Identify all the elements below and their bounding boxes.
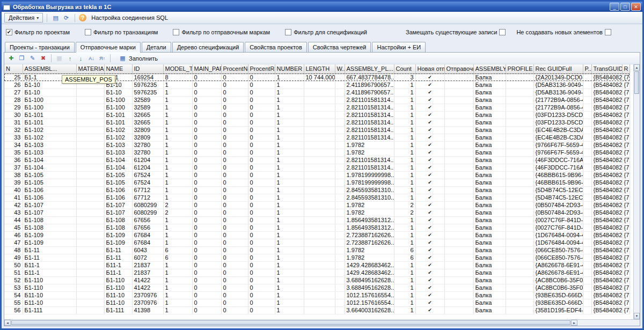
cell-count[interactable]: 1 (394, 104, 415, 111)
tab-drawing-properties[interactable]: Свойства чертежей (308, 42, 371, 52)
cell-main_part[interactable]: 0 (192, 201, 221, 209)
cell-name[interactable]: Б1-101 (104, 119, 132, 126)
cell-id[interactable]: 41422 (132, 284, 163, 291)
cell-r[interactable]: {7 (622, 89, 630, 96)
cell-count[interactable]: 1 (394, 96, 415, 104)
cell-model_t[interactable]: 1 (163, 126, 192, 134)
cell-assembly_pos[interactable]: Б1-104 (23, 164, 76, 171)
cell-r[interactable]: {7 (622, 164, 630, 171)
cell-new_mark[interactable]: ✔ (415, 231, 444, 239)
cell-id[interactable]: 67524 (132, 179, 163, 186)
cell-assembly_pl[interactable]: 2.723887162626... (345, 239, 394, 246)
cell-id[interactable]: 6072 (132, 254, 163, 261)
cell-name[interactable]: Б1-107 (104, 209, 132, 216)
cell-name[interactable]: Б1-105 (104, 171, 132, 179)
cell-main_part[interactable]: 0 (192, 81, 221, 89)
cell-count[interactable]: 1 (394, 291, 415, 299)
cell-count[interactable]: 1 (394, 126, 415, 134)
cell-w[interactable] (335, 291, 345, 299)
cell-procent_na[interactable]: 0 (221, 291, 248, 299)
cell-r[interactable]: {7 (622, 201, 630, 209)
table-row[interactable]: 48Б1-11Б1-116043600011.97826✔Балка{066CE… (4, 246, 630, 254)
cell-id[interactable]: 5976235 (132, 81, 163, 89)
cell-main_part[interactable]: 0 (192, 299, 221, 306)
cell-p[interactable] (583, 126, 591, 134)
cell-length[interactable] (304, 201, 335, 209)
scroll-right-icon[interactable]: ► (571, 320, 577, 326)
cell-material[interactable] (76, 224, 104, 231)
cell-id[interactable]: 6043 (132, 246, 163, 254)
tab-projects-transactions[interactable]: Проекты - транзакции (5, 42, 75, 52)
cell-trans_guid[interactable]: {B5484082... (591, 119, 622, 126)
cell-main_part[interactable]: 0 (192, 126, 221, 134)
cell-profile[interactable] (506, 89, 533, 96)
cell-rec_guid[interactable]: {0027C76F-841D-432... (533, 224, 583, 231)
cell-procent_ra[interactable]: 0 (248, 216, 275, 224)
cell-model_t[interactable]: 6 (163, 254, 192, 261)
cell-rec_guid[interactable]: {46F3DDCC-716A-464... (533, 156, 583, 164)
column-header-profile[interactable]: PROFILE (506, 64, 533, 74)
cell-profile[interactable] (506, 171, 533, 179)
cell-main_part[interactable]: 0 (192, 74, 221, 81)
cell-count[interactable]: 1 (394, 134, 415, 141)
cell-assembly_pl[interactable]: 3.688495162628... (345, 284, 394, 291)
cell-name[interactable]: Б11-10 (104, 291, 132, 299)
cell-count[interactable]: 1 (394, 276, 415, 284)
cell-w[interactable] (335, 216, 345, 224)
cell-otprav[interactable] (444, 104, 473, 111)
cell-length[interactable] (304, 246, 335, 254)
cell-new_mark[interactable]: ✔ (415, 246, 444, 254)
cell-procent_ra[interactable]: 0 (248, 119, 275, 126)
cell-trans_guid[interactable]: {B5484082... (591, 291, 622, 299)
cell-p[interactable] (583, 119, 591, 126)
cell-length[interactable]: 10 744.000 (304, 74, 335, 81)
cell-main_part[interactable]: 0 (192, 96, 221, 104)
cell-r[interactable]: {7 (622, 141, 630, 149)
cell-procent_ra[interactable]: 0 (248, 164, 275, 171)
cell-number[interactable]: 1 (275, 89, 304, 96)
cell-r[interactable]: {7 (622, 171, 630, 179)
cell-number[interactable]: 1 (275, 216, 304, 224)
cell-procent_na[interactable]: 0 (221, 284, 248, 291)
cell-procent_ra[interactable]: 0 (248, 269, 275, 276)
cell-name[interactable]: Б11-1 (104, 269, 132, 276)
cell-main_part[interactable]: 0 (192, 209, 221, 216)
cell-r[interactable]: {7 (622, 306, 630, 314)
cell-p[interactable] (583, 194, 591, 201)
cell-r[interactable]: {7 (622, 224, 630, 231)
cell-w[interactable] (335, 149, 345, 156)
cell-rec_guid[interactable]: {5D4B74C5-12EC-41C... (533, 194, 583, 201)
help-icon[interactable]: ? (79, 14, 86, 21)
cell-assembly_pl[interactable]: 1429.428683462... (345, 269, 394, 276)
cell-otprav[interactable] (444, 89, 473, 96)
cell-procent_na[interactable]: 0 (221, 239, 248, 246)
cell-trans_guid[interactable]: {B5484082... (591, 216, 622, 224)
cell-assembly_pos[interactable]: Б1-106 (23, 194, 76, 201)
cell-rec_guid[interactable]: {0B507484-2D93-4787... (533, 209, 583, 216)
cell-profile[interactable] (506, 201, 533, 209)
checkbox-icon-specifications[interactable] (285, 29, 291, 35)
cell-assembly_name[interactable]: Балка (473, 284, 506, 291)
column-header-n[interactable]: N (4, 64, 23, 74)
cell-main_part[interactable]: 0 (192, 141, 221, 149)
cell-assembly_name[interactable]: Балка (473, 269, 506, 276)
cell-id[interactable]: 32589 (132, 96, 163, 104)
tab-shipping-marks[interactable]: Отправочные марки (76, 42, 141, 53)
cell-number[interactable]: 1 (275, 119, 304, 126)
cell-count[interactable]: 1 (394, 216, 415, 224)
move-down-icon[interactable]: ↓ (76, 54, 85, 63)
cell-procent_ra[interactable]: 0 (248, 74, 275, 81)
cell-assembly_name[interactable]: Балка (473, 299, 506, 306)
column-header-material[interactable]: MATERIAL (76, 64, 104, 74)
cell-assembly_pos[interactable]: Б11-1 (23, 269, 76, 276)
cell-name[interactable]: Б1-109 (104, 239, 132, 246)
cell-number[interactable]: 1 (275, 224, 304, 231)
cell-profile[interactable] (506, 149, 533, 156)
table-row[interactable]: 31Б1-101Б1-10132665100012.821101581314..… (4, 119, 630, 126)
cell-length[interactable] (304, 261, 335, 269)
cell-name[interactable]: Б1-11 (104, 246, 132, 254)
cell-rec_guid[interactable]: {066CE850-7576-413C... (533, 254, 583, 261)
cell-material[interactable] (76, 96, 104, 104)
cell-w[interactable] (335, 201, 345, 209)
cell-assembly_pl[interactable]: 2.821101581314... (345, 119, 394, 126)
